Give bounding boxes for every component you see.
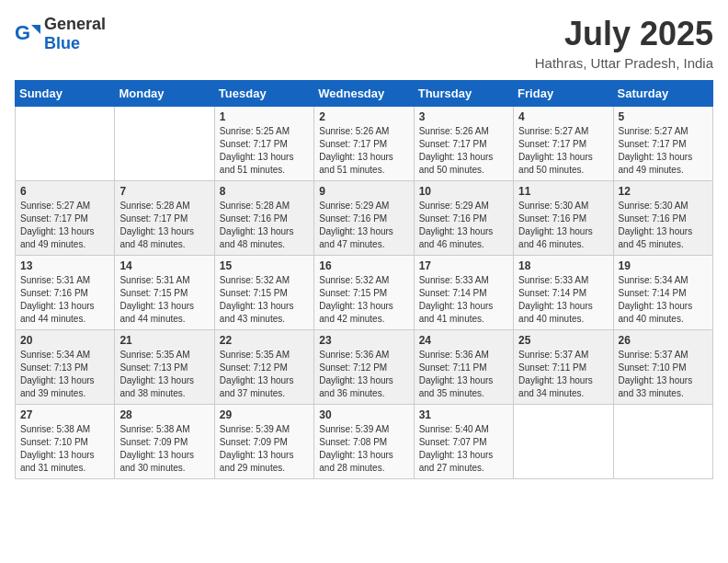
day-info: Sunrise: 5:38 AM Sunset: 7:09 PM Dayligh… [119, 423, 209, 475]
calendar-cell: 4Sunrise: 5:27 AM Sunset: 7:17 PM Daylig… [514, 107, 613, 181]
day-of-week-header: Monday [115, 81, 214, 107]
calendar-week-row: 6Sunrise: 5:27 AM Sunset: 7:17 PM Daylig… [16, 181, 713, 256]
day-number: 21 [119, 334, 209, 347]
calendar-cell: 22Sunrise: 5:35 AM Sunset: 7:12 PM Dayli… [214, 330, 313, 405]
calendar-week-row: 27Sunrise: 5:38 AM Sunset: 7:10 PM Dayli… [16, 405, 713, 479]
logo-text-blue: Blue [44, 34, 80, 52]
day-info: Sunrise: 5:28 AM Sunset: 7:17 PM Dayligh… [119, 200, 209, 251]
day-info: Sunrise: 5:27 AM Sunset: 7:17 PM Dayligh… [619, 125, 708, 177]
day-info: Sunrise: 5:35 AM Sunset: 7:13 PM Dayligh… [119, 349, 209, 400]
day-info: Sunrise: 5:29 AM Sunset: 7:16 PM Dayligh… [319, 200, 408, 251]
day-number: 19 [619, 259, 708, 272]
day-number: 20 [20, 334, 109, 347]
day-number: 11 [518, 185, 608, 198]
day-info: Sunrise: 5:36 AM Sunset: 7:12 PM Dayligh… [319, 349, 408, 400]
calendar-cell: 31Sunrise: 5:40 AM Sunset: 7:07 PM Dayli… [414, 405, 513, 479]
calendar-cell: 14Sunrise: 5:31 AM Sunset: 7:15 PM Dayli… [115, 256, 214, 330]
calendar-cell: 17Sunrise: 5:33 AM Sunset: 7:14 PM Dayli… [414, 256, 513, 330]
calendar-cell: 25Sunrise: 5:37 AM Sunset: 7:11 PM Dayli… [514, 330, 613, 405]
day-number: 17 [419, 259, 508, 272]
day-number: 13 [20, 259, 109, 272]
calendar-cell: 6Sunrise: 5:27 AM Sunset: 7:17 PM Daylig… [16, 181, 115, 256]
calendar-week-row: 1Sunrise: 5:25 AM Sunset: 7:17 PM Daylig… [16, 107, 713, 181]
day-info: Sunrise: 5:27 AM Sunset: 7:17 PM Dayligh… [518, 125, 608, 177]
day-info: Sunrise: 5:37 AM Sunset: 7:10 PM Dayligh… [619, 349, 708, 400]
day-info: Sunrise: 5:25 AM Sunset: 7:17 PM Dayligh… [220, 125, 309, 177]
month-title: July 2025 [535, 15, 713, 53]
logo: G General Blue [15, 15, 106, 53]
calendar-cell [16, 107, 115, 181]
day-number: 12 [619, 185, 708, 198]
calendar-cell: 2Sunrise: 5:26 AM Sunset: 7:17 PM Daylig… [314, 107, 414, 181]
calendar-cell [115, 107, 214, 181]
day-number: 3 [419, 110, 508, 123]
day-info: Sunrise: 5:30 AM Sunset: 7:16 PM Dayligh… [619, 200, 708, 251]
day-number: 29 [220, 408, 309, 421]
day-info: Sunrise: 5:34 AM Sunset: 7:14 PM Dayligh… [619, 274, 708, 326]
calendar-header: SundayMondayTuesdayWednesdayThursdayFrid… [16, 81, 713, 107]
day-info: Sunrise: 5:31 AM Sunset: 7:16 PM Dayligh… [20, 274, 109, 326]
day-of-week-header: Wednesday [314, 81, 414, 107]
calendar-cell: 3Sunrise: 5:26 AM Sunset: 7:17 PM Daylig… [414, 107, 513, 181]
day-info: Sunrise: 5:40 AM Sunset: 7:07 PM Dayligh… [419, 423, 508, 475]
day-number: 16 [319, 259, 408, 272]
day-of-week-header: Sunday [16, 81, 115, 107]
calendar-cell: 19Sunrise: 5:34 AM Sunset: 7:14 PM Dayli… [613, 256, 712, 330]
day-info: Sunrise: 5:39 AM Sunset: 7:09 PM Dayligh… [220, 423, 309, 475]
day-info: Sunrise: 5:32 AM Sunset: 7:15 PM Dayligh… [319, 274, 408, 326]
day-number: 28 [119, 408, 209, 421]
calendar-cell: 5Sunrise: 5:27 AM Sunset: 7:17 PM Daylig… [613, 107, 712, 181]
day-number: 1 [220, 110, 309, 123]
calendar-cell: 9Sunrise: 5:29 AM Sunset: 7:16 PM Daylig… [314, 181, 414, 256]
calendar-cell: 1Sunrise: 5:25 AM Sunset: 7:17 PM Daylig… [214, 107, 313, 181]
day-info: Sunrise: 5:27 AM Sunset: 7:17 PM Dayligh… [20, 200, 109, 251]
calendar-cell: 7Sunrise: 5:28 AM Sunset: 7:17 PM Daylig… [115, 181, 214, 256]
day-info: Sunrise: 5:33 AM Sunset: 7:14 PM Dayligh… [518, 274, 608, 326]
day-info: Sunrise: 5:33 AM Sunset: 7:14 PM Dayligh… [419, 274, 508, 326]
calendar-cell: 23Sunrise: 5:36 AM Sunset: 7:12 PM Dayli… [314, 330, 414, 405]
day-number: 5 [619, 110, 708, 123]
day-info: Sunrise: 5:34 AM Sunset: 7:13 PM Dayligh… [20, 349, 109, 400]
calendar-cell [613, 405, 712, 479]
calendar-week-row: 20Sunrise: 5:34 AM Sunset: 7:13 PM Dayli… [16, 330, 713, 405]
logo-text-general: General [44, 15, 106, 33]
calendar-cell: 21Sunrise: 5:35 AM Sunset: 7:13 PM Dayli… [115, 330, 214, 405]
day-number: 18 [518, 259, 608, 272]
day-info: Sunrise: 5:28 AM Sunset: 7:16 PM Dayligh… [220, 200, 309, 251]
day-number: 10 [419, 185, 508, 198]
day-info: Sunrise: 5:26 AM Sunset: 7:17 PM Dayligh… [319, 125, 408, 177]
calendar-cell: 16Sunrise: 5:32 AM Sunset: 7:15 PM Dayli… [314, 256, 414, 330]
day-info: Sunrise: 5:26 AM Sunset: 7:17 PM Dayligh… [419, 125, 508, 177]
day-number: 23 [319, 334, 408, 347]
days-of-week-row: SundayMondayTuesdayWednesdayThursdayFrid… [16, 81, 713, 107]
day-info: Sunrise: 5:30 AM Sunset: 7:16 PM Dayligh… [518, 200, 608, 251]
day-number: 4 [518, 110, 608, 123]
logo-icon: G [15, 21, 40, 47]
day-number: 24 [419, 334, 508, 347]
calendar-cell: 13Sunrise: 5:31 AM Sunset: 7:16 PM Dayli… [16, 256, 115, 330]
day-of-week-header: Thursday [414, 81, 513, 107]
day-number: 25 [518, 334, 608, 347]
calendar-body: 1Sunrise: 5:25 AM Sunset: 7:17 PM Daylig… [16, 107, 713, 479]
calendar-cell: 15Sunrise: 5:32 AM Sunset: 7:15 PM Dayli… [214, 256, 313, 330]
calendar-cell [514, 405, 613, 479]
day-number: 14 [119, 259, 209, 272]
day-number: 31 [419, 408, 508, 421]
day-info: Sunrise: 5:38 AM Sunset: 7:10 PM Dayligh… [20, 423, 109, 475]
day-number: 27 [20, 408, 109, 421]
day-number: 9 [319, 185, 408, 198]
title-area: July 2025 Hathras, Uttar Pradesh, India [535, 15, 713, 71]
day-info: Sunrise: 5:31 AM Sunset: 7:15 PM Dayligh… [119, 274, 209, 326]
svg-marker-1 [31, 25, 40, 34]
day-info: Sunrise: 5:29 AM Sunset: 7:16 PM Dayligh… [419, 200, 508, 251]
day-info: Sunrise: 5:35 AM Sunset: 7:12 PM Dayligh… [220, 349, 309, 400]
day-number: 26 [619, 334, 708, 347]
day-info: Sunrise: 5:37 AM Sunset: 7:11 PM Dayligh… [518, 349, 608, 400]
day-info: Sunrise: 5:39 AM Sunset: 7:08 PM Dayligh… [319, 423, 408, 475]
day-number: 6 [20, 185, 109, 198]
calendar-cell: 8Sunrise: 5:28 AM Sunset: 7:16 PM Daylig… [214, 181, 313, 256]
day-number: 8 [220, 185, 309, 198]
calendar-table: SundayMondayTuesdayWednesdayThursdayFrid… [15, 80, 713, 479]
calendar-cell: 20Sunrise: 5:34 AM Sunset: 7:13 PM Dayli… [16, 330, 115, 405]
day-info: Sunrise: 5:36 AM Sunset: 7:11 PM Dayligh… [419, 349, 508, 400]
